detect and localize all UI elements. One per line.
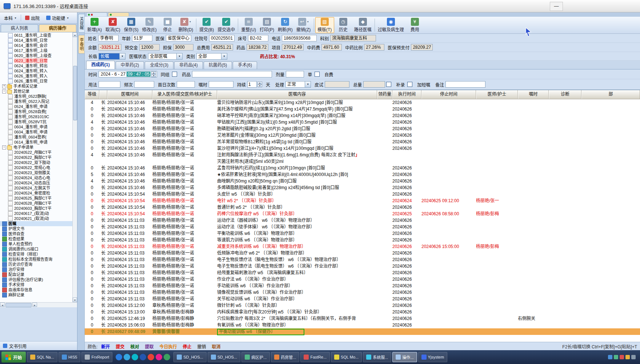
order-row[interactable]: 0长20240624 15:11:03杨丽艳/杨丽艳/张一诺电子生物反馈疗法（肌… (85, 263, 640, 269)
order-row[interactable]: 0长20240624 15:10:46杨丽艳/杨丽艳/张一诺羔羊胃提取物维B12… (85, 139, 640, 145)
order-row[interactable]: 0长20240624 15:11:03杨丽艳/杨丽艳/张一诺等速肌力训练 w6 … (85, 237, 640, 243)
duration-input[interactable] (247, 81, 257, 88)
chevron-down-icon[interactable]: ▼ (221, 53, 227, 59)
p1-insurance[interactable]: 省医保中心 (166, 35, 191, 41)
tree-item[interactable]: 单人检查预约 (0, 241, 72, 247)
vertical-tab-current-patient[interactable]: 李春明 (78, 35, 84, 54)
order-row[interactable]: 0长20240624 15:10:46杨丽艳/杨丽艳/张一诺胞磷胆碱钠片[福建]… (85, 125, 640, 132)
order-row[interactable]: 0长20240624 15:10:54杨丽艳/杨丽艳/张一诺药棒穴位按摩治疗 w… (85, 211, 640, 217)
tree-item[interactable]: 潘东明_0528自费[ (0, 109, 72, 114)
tree-item[interactable]: 20240522_常规心电 (0, 165, 72, 170)
tree-item[interactable]: 0604_潘东明_申请 (0, 129, 72, 135)
tree-item[interactable]: 0614_潘东明_会诊 (0, 43, 72, 48)
tray-icon[interactable] (614, 355, 618, 359)
time-spinner[interactable]: ▲▼ (151, 71, 156, 77)
tree-item[interactable]: 20240524_骨密度检 (0, 191, 72, 196)
chevron-down-icon[interactable]: ▼ (189, 21, 191, 23)
order-row[interactable]: 0长20240624 15:12:00章秋燕/杨丽艳/张一诺微针针刺 w5 〔（… (85, 302, 640, 309)
dose-input[interactable] (286, 71, 304, 77)
p1-phone[interactable]: 18605935068 (282, 35, 317, 41)
quick-launch-icon[interactable] (132, 354, 138, 360)
toolbar-button-undo[interactable]: ↩▼撤销(Z) (295, 17, 313, 33)
toolbar-button-rearrange[interactable]: ≡重整(U) (239, 17, 258, 33)
p2-herb_ratio[interactable]: 27.26% (364, 44, 384, 51)
order-tab[interactable]: 全成分(3) (145, 61, 173, 69)
p2-total_cost[interactable]: 45251.21 (211, 44, 233, 51)
quick-launch-icon[interactable] (140, 354, 146, 360)
p2-item_cost[interactable]: 27012.49 (282, 44, 304, 51)
order-row[interactable]: 0长20240624 15:10:46杨丽艳/杨丽艳/张一诺美托洛尔缓释片[佛山… (85, 106, 640, 112)
view-tab-stub[interactable] (108, 12, 129, 16)
tree-item[interactable]: 0524_潘东明_申请 (0, 104, 72, 109)
firstday-count-input[interactable] (177, 81, 195, 88)
zhushi-input[interactable] (209, 81, 233, 88)
view-tab-stub[interactable] (86, 12, 107, 16)
p2-balance[interactable]: -33251.21 (98, 44, 121, 51)
discharge-button[interactable]: 出院 (23, 14, 42, 22)
taskbar-item[interactable]: SD_HOS... (208, 352, 240, 362)
selfpay-checkbox[interactable] (315, 72, 320, 77)
chevron-down-icon[interactable]: ▼ (119, 53, 125, 59)
tree-item[interactable]: 麻醉记录 (0, 292, 72, 297)
p1-name[interactable]: 李春明 (98, 35, 119, 41)
order-row[interactable]: 4长20240624 15:10:46杨丽艳/杨丽艳/张一诺雷贝拉唑钠肠溶片(山… (85, 99, 640, 106)
jiaduan-checkbox[interactable] (407, 82, 412, 87)
order-row[interactable]: 0长20240624 15:10:46杨丽艳/杨丽艳/张一诺孟鲁司特钠片[石药]… (85, 165, 640, 171)
p2-herb_cost[interactable]: 4971.60 (321, 44, 342, 51)
total-input[interactable] (363, 81, 385, 88)
quick-launch-icon[interactable] (148, 354, 154, 360)
sidebar-tab[interactable]: 病人列表 (1, 24, 38, 32)
taskbar-item[interactable]: SQL Na... (27, 352, 57, 362)
tree-item[interactable]: 20240523_双侧膝关 (0, 170, 72, 175)
expander-icon[interactable]: − (2, 89, 6, 93)
tree-item[interactable]: 检查安排（排班） (0, 252, 72, 257)
order-row[interactable]: 0长20240624 15:11:03杨丽艳/杨丽艳/张一诺减重支持系统训练 w… (85, 243, 640, 250)
scroll-left-icon[interactable]: ◄ (0, 303, 5, 307)
start-button[interactable]: 开始 (1, 352, 26, 363)
toolbar-button-history[interactable]: ◷历史 (334, 17, 352, 33)
tree-item[interactable]: 0611_潘东明_上级查 (0, 33, 72, 38)
drug-input[interactable] (192, 71, 272, 77)
order-row[interactable]: 0长20240624 15:11:03杨丽艳/杨丽艳/张一诺平衡功能训练 w6 … (85, 230, 640, 237)
frequency-input[interactable] (134, 81, 154, 88)
order-row[interactable]: 0长20240624 15:10:54杨丽艳/杨丽艳/张一诺头皮针 w5 〔（滨… (85, 191, 640, 197)
taskbar-item[interactable]: 系统服... (363, 352, 391, 362)
toolbar-button-save[interactable]: ▦保存(S) (122, 17, 140, 33)
order-tab[interactable]: 西成药(1) (86, 61, 115, 69)
tree-item[interactable]: 0604_潘东明_申请 (0, 124, 72, 129)
order-row[interactable]: 4长20240624 15:10:46杨丽艳/杨丽艳/张一诺注射用胸腺法新[扬子… (85, 152, 640, 165)
taskbar-item[interactable]: FastRe... (300, 352, 330, 362)
tree-scrollbar[interactable]: ▲ ▼ (72, 32, 77, 302)
tree-item[interactable]: 潘东明_0528VT抗 (0, 119, 72, 124)
tray-icon[interactable] (620, 355, 624, 359)
tree-item[interactable]: 20240603_胸部CT平 (0, 206, 72, 211)
p1-admission_no[interactable]: 002025501 (209, 35, 235, 41)
taskbar-item[interactable]: Yjsystem (418, 352, 448, 362)
toolbar-button-allergy[interactable]: ◉过敏及病生理 (376, 17, 406, 33)
p2-insurance_prepay[interactable]: 28209.27 (411, 44, 433, 51)
tree-item[interactable]: 潘东明_0522静脉[ (0, 94, 72, 99)
tree-item[interactable]: 20240522_颅脑CT平 (0, 150, 72, 155)
p2-deposit[interactable]: 12000 (139, 44, 160, 51)
tree-item[interactable]: 20240524_左腕关节 (0, 185, 72, 191)
order-row[interactable]: 0长20240624 15:10:46杨丽艳/杨丽艳/张一诺艾地苯醌片(金博瑞)… (85, 132, 640, 139)
order-row[interactable]: 0长20240624 15:11:03杨丽艳/杨丽艳/张一诺作业疗法 w6 〔（… (85, 276, 640, 283)
chevron-down-icon[interactable]: ▼ (176, 53, 182, 59)
tray-icon[interactable] (608, 355, 612, 359)
order-row[interactable]: 0长20240625 12:46:19杨丽艳/杨丽艳/彭梅静穴位贴敷治疗 每周3… (85, 315, 640, 322)
tree-item[interactable]: 0614_潘东明_日常 (0, 38, 72, 43)
tree-item[interactable]: 0623_潘东明_日常 (0, 58, 72, 63)
tree-item[interactable]: 历史诊疗查询 (0, 262, 72, 267)
tree-item[interactable]: 0626_潘东明_转入 (0, 73, 72, 79)
toolbar-button-add[interactable]: +新增(A) (85, 17, 104, 33)
taskbar-item[interactable]: 病区护... (241, 352, 270, 362)
tree-item[interactable]: 护理文书 (0, 226, 72, 231)
tree-item[interactable]: 20240617_(取消)动 (0, 211, 72, 216)
toolbar-button-print[interactable]: ▤打印(P) (258, 17, 276, 33)
scroll-right-icon[interactable]: ► (32, 303, 37, 307)
tree-item[interactable]: 20240522_双下肢动 (0, 160, 72, 165)
vertical-tab-reminder[interactable]: 关提醒 (78, 14, 84, 33)
order-row[interactable]: 0长20240624 15:11:03杨丽艳/杨丽艳/张一诺手功能训练 w6 〔… (85, 283, 640, 289)
tree-item[interactable]: 评估报告(治疗记录) (0, 277, 72, 282)
order-row[interactable]: 0长20240624 15:13:00章秋燕/杨丽艳/彭梅静内科疾病推拿治疗[每… (85, 309, 640, 315)
